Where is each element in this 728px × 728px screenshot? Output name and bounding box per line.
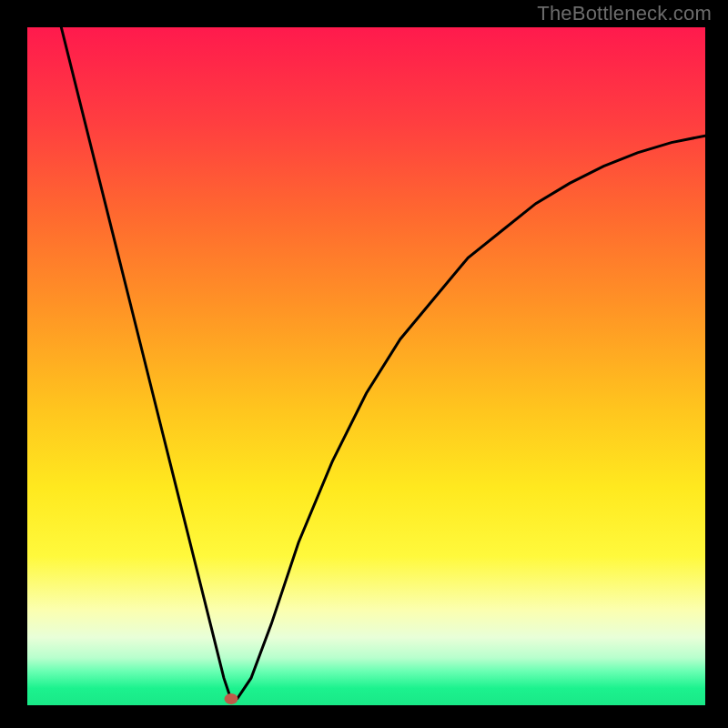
curve-svg (27, 27, 705, 705)
plot-area (27, 27, 705, 705)
watermark-label: TheBottleneck.com (537, 2, 712, 25)
chart-frame: TheBottleneck.com (0, 0, 728, 728)
bottleneck-curve-path (61, 27, 705, 699)
optimal-point-marker (224, 693, 238, 704)
